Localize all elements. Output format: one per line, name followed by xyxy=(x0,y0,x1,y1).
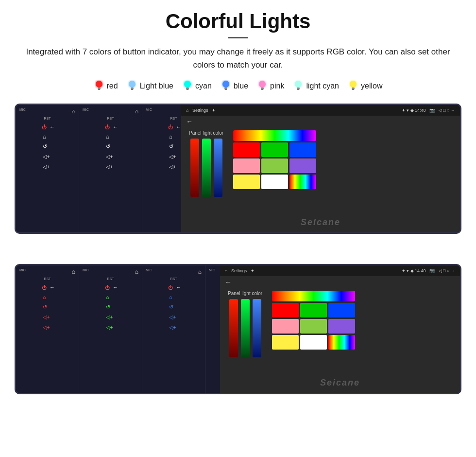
lightblue-label: Light blue xyxy=(140,82,173,90)
svg-point-0 xyxy=(96,81,102,88)
mic-label-1: MIC xyxy=(19,108,26,115)
bar-green-top xyxy=(202,139,211,197)
color-item-pink: pink xyxy=(257,79,284,93)
device-front-bottom: MIC ⌂ RST ⏻ ← ⌂ ↺ ◁+ ◁+ xyxy=(15,264,461,394)
red-bulb-icon xyxy=(94,79,104,93)
svg-rect-16 xyxy=(297,88,300,89)
status-icons-top: ✦ ▾ ◆ 14:40 📷 ◁ □ ○ → xyxy=(402,108,455,113)
svg-point-15 xyxy=(295,81,302,88)
bar-green-bottom xyxy=(241,299,250,357)
rainbow-bar-top xyxy=(233,130,316,141)
grid-white-top xyxy=(261,175,288,189)
panel-light-label-top: Panel light color xyxy=(189,130,223,136)
color-item-red: red xyxy=(94,79,118,93)
grid-white-b xyxy=(300,335,327,350)
yellow-bulb-icon xyxy=(348,79,358,93)
grid-lime-top xyxy=(261,158,288,173)
grid-lime-b xyxy=(300,319,327,334)
vol-down-1: ◁+ xyxy=(43,154,50,160)
status-icons-bottom: ✦ ▾ ◆ 14:40 📷 ◁ □ ○ → xyxy=(402,268,455,273)
grid-pink-b xyxy=(272,319,299,334)
vol-up-2: ◁+ xyxy=(106,164,113,170)
cyan-label: cyan xyxy=(195,82,212,90)
grid-green-b xyxy=(300,303,327,317)
inner-panel-1: MIC ⌂ RST ⏻ ← ⌂ ↺ ◁+ ◁+ xyxy=(16,105,79,232)
inner-panel-2: MIC ⌂ RST ⏻ ← ⌂ ↺ ◁+ ◁+ xyxy=(79,105,142,232)
svg-rect-13 xyxy=(261,88,264,89)
grid-blue-b xyxy=(328,303,355,317)
arrow-icon-1: ← xyxy=(50,124,55,130)
svg-point-18 xyxy=(350,81,357,88)
inner-panel-a: MIC ⌂ RST ⏻ ← ⌂ ↺ ◁+ ◁+ xyxy=(16,265,79,393)
grid-purple-top xyxy=(289,158,316,173)
grid-red-top xyxy=(233,142,260,157)
svg-point-6 xyxy=(184,81,191,88)
main-screen-top: ⌂ Settings ✦ ✦ ▾ ◆ 14:40 📷 ◁ □ ○ → ← Pan… xyxy=(181,105,460,232)
yellow-label: yellow xyxy=(361,82,382,90)
color-item-blue: blue xyxy=(221,79,248,93)
svg-rect-4 xyxy=(131,88,134,89)
grid-pink-top xyxy=(233,158,260,173)
lightcyan-bulb-icon xyxy=(293,79,304,93)
subtitle-text: Integrated with 7 colors of button indic… xyxy=(19,45,457,71)
bar-red-bottom xyxy=(229,299,238,357)
vol-down-2: ◁+ xyxy=(106,154,113,160)
back-icon-3: ↺ xyxy=(169,143,173,150)
house-small-3: ⌂ xyxy=(169,134,172,140)
vol-up-3: ◁+ xyxy=(169,164,176,170)
svg-rect-1 xyxy=(98,88,101,89)
mic-label-3: MIC xyxy=(146,108,152,115)
rst-label-2: RST xyxy=(107,117,114,120)
grid-red-b xyxy=(272,303,299,317)
home-icon-1: ⌂ xyxy=(72,108,75,115)
title-divider xyxy=(228,37,248,38)
rainbow-bar-bottom xyxy=(272,291,355,301)
grid-green-top xyxy=(261,142,288,157)
svg-rect-20 xyxy=(352,89,355,90)
cyan-bulb-icon xyxy=(182,79,193,93)
grid-yellow-b xyxy=(272,335,299,350)
rst-label-3: RST xyxy=(170,117,177,120)
device-front-top: MIC ⌂ RST ⏻ ← ⌂ ↺ ◁+ ◁+ xyxy=(15,104,461,234)
house-small-1: ⌂ xyxy=(43,134,46,140)
svg-rect-14 xyxy=(261,89,264,90)
grid-rainbow-b xyxy=(328,335,355,350)
lightcyan-label: light cyan xyxy=(306,82,339,90)
svg-rect-7 xyxy=(186,88,189,89)
panel-light-label-bottom: Panel light color xyxy=(228,291,262,296)
rst-label-1: RST xyxy=(44,117,51,120)
page-title: Colorful Lights xyxy=(15,10,461,33)
color-item-lightcyan: light cyan xyxy=(293,79,339,93)
grid-yellow-top xyxy=(233,175,260,189)
title-section: Colorful Lights Integrated with 7 colors… xyxy=(15,10,461,71)
status-left-bottom: ⌂ Settings ✦ xyxy=(225,268,255,273)
back-arrow-bottom[interactable]: ← xyxy=(220,276,460,288)
mic-label-2: MIC xyxy=(83,108,89,115)
bottom-device-group: MIC ⌂ RST ⏻ ← ⌂ ↺ ◁+ ◁+ xyxy=(15,264,461,407)
bar-blue-top xyxy=(214,139,222,197)
pink-bulb-icon xyxy=(257,79,268,93)
grid-rainbow-top xyxy=(289,175,316,189)
vol-down-3: ◁+ xyxy=(169,154,176,160)
house-small-2: ⌂ xyxy=(106,134,109,140)
power-icon-3: ⏻ xyxy=(168,124,173,130)
vol-up-1: ◁+ xyxy=(43,164,50,170)
back-arrow-top[interactable]: ← xyxy=(181,116,460,127)
arrow-icon-2: ← xyxy=(113,124,118,130)
home-icon-2: ⌂ xyxy=(135,108,138,115)
svg-point-3 xyxy=(129,81,136,88)
bar-red-top xyxy=(190,139,199,197)
color-item-yellow: yellow xyxy=(348,79,382,93)
svg-rect-11 xyxy=(224,89,227,90)
color-item-cyan: cyan xyxy=(182,79,212,93)
watermark-bottom: Seicane xyxy=(320,378,360,388)
inner-panel-b: MIC ⌂ RST ⏻ ← ⌂ ↺ ◁+ ◁+ xyxy=(79,265,142,393)
svg-rect-17 xyxy=(297,89,300,90)
status-left-top: ⌂ Settings ✦ xyxy=(186,108,216,113)
back-icon-2: ↺ xyxy=(106,143,110,150)
red-label: red xyxy=(107,82,118,90)
back-icon-1: ↺ xyxy=(43,143,47,150)
main-screen-bottom: ⌂ Settings ✦ ✦ ▾ ◆ 14:40 📷 ◁ □ ○ → ← Pan… xyxy=(220,265,460,393)
top-device-group: MIC ⌂ RST ⏻ ← ⌂ ↺ ◁+ ◁+ xyxy=(15,104,461,247)
colors-row: red Light blue cyan xyxy=(15,79,461,93)
